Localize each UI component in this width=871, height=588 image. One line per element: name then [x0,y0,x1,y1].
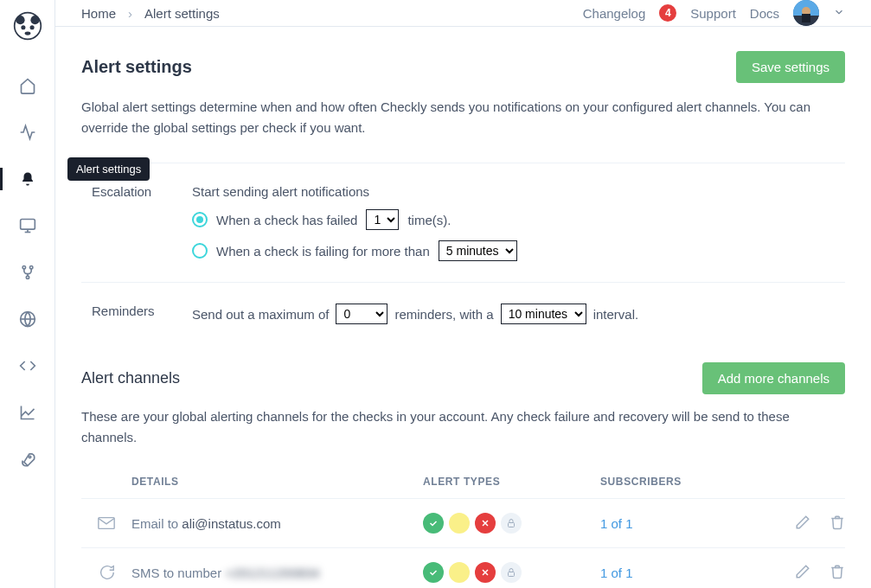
escalation-opt1-post: time(s). [407,213,451,227]
escalation-intro: Start sending alert notifications [192,184,845,199]
nav-alerts[interactable] [0,156,55,202]
svg-rect-28 [509,572,515,577]
svg-rect-6 [20,220,35,230]
breadcrumb-home[interactable]: Home [81,6,116,21]
escalation-times-select[interactable]: 1 [366,209,399,230]
svg-rect-18 [802,14,810,22]
row-value: +201211200834 [225,566,319,580]
svg-point-5 [24,31,30,35]
escalation-radio-duration[interactable] [192,243,208,259]
row-prefix: Email to [131,516,182,531]
escalation-label: Escalation [81,184,192,261]
row-value: ali@instatus.com [182,516,280,531]
breadcrumb: Home › Alert settings [81,6,220,21]
svg-point-11 [26,276,29,278]
changelog-link[interactable]: Changelog [583,6,646,21]
svg-point-9 [22,266,25,269]
nav-tooltip: Alert settings [67,157,150,181]
escalation-radio-failed[interactable] [192,212,208,227]
alert-type-error-icon [475,513,496,534]
delete-icon[interactable] [829,564,845,582]
col-types-header: ALERT TYPES [423,476,600,488]
email-icon [81,514,131,533]
topbar: Home › Alert settings Changelog 4 Suppor… [55,0,871,27]
escalation-opt2-pre: When a check is failing for more than [216,244,430,259]
nav-globe[interactable] [0,296,55,342]
row-subscribers[interactable]: 1 of 1 [600,566,767,580]
nav-git[interactable] [0,249,55,296]
row-subscribers[interactable]: 1 of 1 [600,516,767,531]
channel-row: SMS to number +201211200834 1 of 1 [81,547,845,588]
svg-point-10 [29,266,32,269]
reminders-interval-select[interactable]: 10 minutes [501,304,586,324]
reminders-pre: Send out a maximum of [192,307,329,322]
save-button[interactable]: Save settings [736,51,845,83]
col-subs-header: SUBSCRIBERS [600,476,767,488]
channels-description: These are your global alerting channels … [81,406,845,448]
alert-type-success-icon [423,513,444,534]
delete-icon[interactable] [829,514,845,533]
alert-type-success-icon [423,562,444,583]
alert-type-warning-icon [449,513,470,534]
support-link[interactable]: Support [690,6,736,21]
avatar[interactable] [793,0,819,26]
breadcrumb-sep: › [128,6,132,21]
nav-activity[interactable] [0,109,55,156]
alert-type-warning-icon [449,562,470,583]
reminders-label: Reminders [81,304,192,324]
user-menu-chevron[interactable] [833,6,845,21]
nav-code[interactable] [0,342,55,389]
nav-home[interactable] [0,62,55,109]
nav-monitor[interactable] [0,202,55,249]
row-prefix: SMS to number [131,566,225,580]
nav-rocket[interactable] [0,436,55,483]
docs-link[interactable]: Docs [750,6,779,21]
nav-chart[interactable] [0,389,55,436]
sidebar: Alert settings [0,0,55,588]
reminders-post: interval. [593,307,639,322]
svg-point-1 [16,16,24,24]
alert-type-lock-icon [501,562,522,583]
reminders-mid: reminders, with a [394,307,493,322]
sms-icon [81,563,131,582]
alert-type-lock-icon [501,513,522,534]
col-details-header: DETAILS [81,476,423,488]
reminders-count-select[interactable]: 0 [336,304,387,324]
breadcrumb-current: Alert settings [144,6,220,21]
page-description: Global alert settings determine when and… [81,97,845,138]
add-channels-button[interactable]: Add more channels [702,362,845,394]
channels-title: Alert channels [81,369,180,387]
alert-type-error-icon [475,562,496,583]
edit-icon[interactable] [795,514,810,533]
svg-rect-22 [509,523,515,527]
channel-row: Email to ali@instatus.com 1 of 1 [81,498,845,547]
svg-point-2 [30,16,39,24]
svg-point-3 [21,25,25,29]
logo[interactable] [12,10,43,42]
svg-point-4 [29,25,34,29]
svg-point-14 [29,456,31,458]
page-title: Alert settings [81,57,192,77]
edit-icon[interactable] [795,564,810,582]
escalation-opt1-pre: When a check has failed [216,213,357,227]
escalation-duration-select[interactable]: 5 minutes [439,240,517,261]
changelog-badge: 4 [659,4,676,22]
svg-rect-19 [99,518,114,529]
